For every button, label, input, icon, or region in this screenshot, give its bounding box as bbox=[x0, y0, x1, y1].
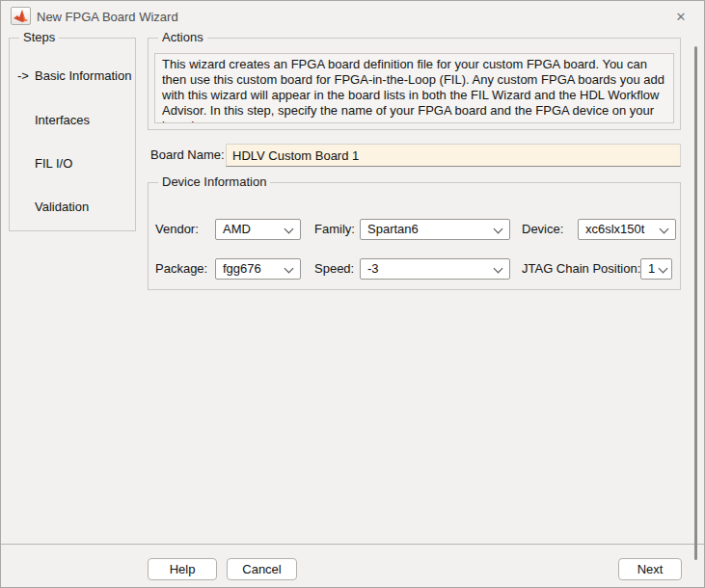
help-button[interactable]: Help bbox=[148, 558, 217, 580]
speed-value: -3 bbox=[367, 259, 379, 279]
family-label: Family: bbox=[314, 219, 355, 240]
steps-group-label: Steps bbox=[19, 30, 59, 44]
step-basic-information: Basic Information bbox=[35, 68, 131, 83]
family-select[interactable]: Spartan6 bbox=[360, 219, 510, 240]
matlab-icon bbox=[11, 7, 31, 25]
chevron-down-icon bbox=[285, 225, 294, 234]
device-label: Device: bbox=[522, 219, 563, 240]
device-select[interactable]: xc6slx150t bbox=[578, 219, 676, 240]
jtag-chain-position-label: JTAG Chain Position: bbox=[522, 258, 640, 280]
current-step-arrow-icon: -> bbox=[17, 68, 29, 83]
board-name-input[interactable] bbox=[226, 144, 681, 167]
step-validation: Validation bbox=[35, 200, 89, 214]
cancel-button[interactable]: Cancel bbox=[227, 558, 297, 580]
actions-group-label: Actions bbox=[158, 30, 207, 44]
jtag-chain-position-select[interactable]: 1 bbox=[640, 258, 672, 280]
family-value: Spartan6 bbox=[367, 220, 419, 239]
vendor-value: AMD bbox=[223, 220, 251, 239]
board-name-label: Board Name: bbox=[150, 144, 225, 167]
speed-label: Speed: bbox=[314, 258, 354, 280]
footer-divider bbox=[1, 544, 704, 545]
steps-panel: Steps -> Basic Information Interfaces FI… bbox=[9, 38, 136, 231]
speed-select[interactable]: -3 bbox=[360, 258, 510, 280]
device-information-group-label: Device Information bbox=[158, 174, 270, 189]
package-select[interactable]: fgg676 bbox=[215, 258, 301, 280]
chevron-down-icon bbox=[494, 225, 503, 234]
package-label: Package: bbox=[155, 258, 207, 280]
jtag-chain-position-value: 1 bbox=[648, 259, 655, 279]
device-value: xc6slx150t bbox=[585, 220, 644, 239]
vertical-scrollbar[interactable] bbox=[694, 46, 697, 560]
window-title: New FPGA Board Wizard bbox=[37, 10, 178, 24]
chevron-down-icon bbox=[285, 264, 294, 274]
step-interfaces: Interfaces bbox=[35, 113, 90, 127]
chevron-down-icon bbox=[659, 264, 668, 274]
titlebar: New FPGA Board Wizard ✕ bbox=[1, 1, 704, 31]
chevron-down-icon bbox=[660, 225, 669, 234]
close-icon[interactable]: ✕ bbox=[671, 7, 691, 26]
vendor-select[interactable]: AMD bbox=[215, 219, 301, 240]
actions-panel: Actions This wizard creates an FPGA boar… bbox=[148, 38, 681, 130]
chevron-down-icon bbox=[494, 264, 503, 274]
new-fpga-board-wizard-window: New FPGA Board Wizard ✕ Steps -> Basic I… bbox=[0, 0, 705, 588]
wizard-description: This wizard creates an FPGA board defini… bbox=[154, 53, 674, 123]
step-fil-io: FIL I/O bbox=[35, 156, 72, 171]
package-value: fgg676 bbox=[223, 259, 261, 279]
vendor-label: Vendor: bbox=[155, 219, 199, 240]
next-button[interactable]: Next bbox=[618, 558, 682, 580]
